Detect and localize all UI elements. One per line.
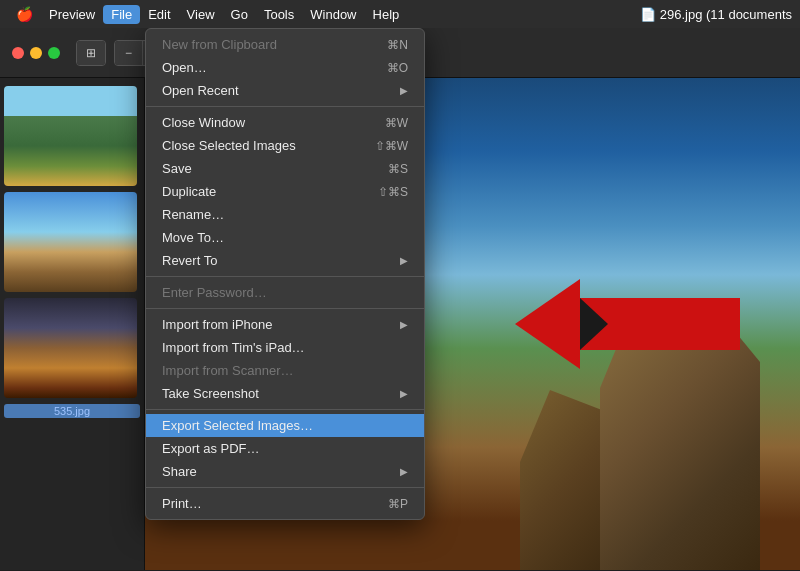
menu-item-revert-to[interactable]: Revert To ▶ [146, 249, 424, 272]
menubar-window[interactable]: Window [302, 5, 364, 24]
menu-label-import-ipad: Import from Tim's iPad… [162, 340, 305, 355]
menu-item-new-clipboard[interactable]: New from Clipboard ⌘N [146, 33, 424, 56]
menu-item-enter-password[interactable]: Enter Password… [146, 281, 424, 304]
menu-label-move-to: Move To… [162, 230, 224, 245]
revert-to-arrow-icon: ▶ [400, 255, 408, 266]
menu-label-duplicate: Duplicate [162, 184, 216, 199]
menubar: 🍎 Preview File Edit View Go Tools Window… [0, 0, 800, 28]
menu-label-export-pdf: Export as PDF… [162, 441, 260, 456]
menu-item-close-selected[interactable]: Close Selected Images ⇧⌘W [146, 134, 424, 157]
menu-label-rename: Rename… [162, 207, 224, 222]
menu-item-duplicate[interactable]: Duplicate ⇧⌘S [146, 180, 424, 203]
menubar-edit[interactable]: Edit [140, 5, 178, 24]
menubar-help[interactable]: Help [365, 5, 408, 24]
doc-icon: 📄 [640, 7, 656, 22]
menu-shortcut-new-clipboard: ⌘N [387, 38, 408, 52]
menu-item-import-ipad[interactable]: Import from Tim's iPad… [146, 336, 424, 359]
import-iphone-arrow-icon: ▶ [400, 319, 408, 330]
menu-item-print[interactable]: Print… ⌘P [146, 492, 424, 515]
share-arrow-icon: ▶ [400, 466, 408, 477]
menu-label-revert-to: Revert To [162, 253, 217, 268]
menu-item-move-to[interactable]: Move To… [146, 226, 424, 249]
menu-shortcut-save: ⌘S [388, 162, 408, 176]
separator-2 [146, 276, 424, 277]
menu-item-export-selected[interactable]: Export Selected Images… [146, 414, 424, 437]
menu-label-save: Save [162, 161, 192, 176]
separator-1 [146, 106, 424, 107]
menu-item-close-window[interactable]: Close Window ⌘W [146, 111, 424, 134]
dropdown-overlay: New from Clipboard ⌘N Open… ⌘O Open Rece… [0, 0, 800, 571]
menu-label-open-recent: Open Recent [162, 83, 239, 98]
menu-label-close-window: Close Window [162, 115, 245, 130]
menubar-preview[interactable]: Preview [41, 5, 103, 24]
file-dropdown-menu: New from Clipboard ⌘N Open… ⌘O Open Rece… [145, 28, 425, 520]
menu-label-share: Share [162, 464, 197, 479]
menu-shortcut-print: ⌘P [388, 497, 408, 511]
menu-label-close-selected: Close Selected Images [162, 138, 296, 153]
separator-3 [146, 308, 424, 309]
menu-item-open-recent[interactable]: Open Recent ▶ [146, 79, 424, 102]
menu-item-share[interactable]: Share ▶ [146, 460, 424, 483]
menu-item-take-screenshot[interactable]: Take Screenshot ▶ [146, 382, 424, 405]
menu-shortcut-open: ⌘O [387, 61, 408, 75]
menu-item-export-pdf[interactable]: Export as PDF… [146, 437, 424, 460]
menubar-file[interactable]: File [103, 5, 140, 24]
menu-label-import-iphone: Import from iPhone [162, 317, 273, 332]
menu-label-import-scanner: Import from Scanner… [162, 363, 294, 378]
menu-item-import-scanner[interactable]: Import from Scanner… [146, 359, 424, 382]
screenshot-arrow-icon: ▶ [400, 388, 408, 399]
menu-shortcut-duplicate: ⇧⌘S [378, 185, 408, 199]
menu-item-save[interactable]: Save ⌘S [146, 157, 424, 180]
menu-shortcut-close-selected: ⇧⌘W [375, 139, 408, 153]
menubar-view[interactable]: View [179, 5, 223, 24]
menu-label-new-clipboard: New from Clipboard [162, 37, 277, 52]
window-title: 📄 296.jpg (11 documents [640, 7, 792, 22]
separator-5 [146, 487, 424, 488]
menu-label-take-screenshot: Take Screenshot [162, 386, 259, 401]
open-recent-arrow-icon: ▶ [400, 85, 408, 96]
menu-label-open: Open… [162, 60, 207, 75]
menu-label-print: Print… [162, 496, 202, 511]
menubar-go[interactable]: Go [223, 5, 256, 24]
menu-item-import-iphone[interactable]: Import from iPhone ▶ [146, 313, 424, 336]
menu-item-open[interactable]: Open… ⌘O [146, 56, 424, 79]
separator-4 [146, 409, 424, 410]
menu-label-export-selected: Export Selected Images… [162, 418, 313, 433]
menu-item-rename[interactable]: Rename… [146, 203, 424, 226]
menubar-tools[interactable]: Tools [256, 5, 302, 24]
apple-menu[interactable]: 🍎 [8, 6, 41, 22]
menu-label-enter-password: Enter Password… [162, 285, 267, 300]
menu-shortcut-close-window: ⌘W [385, 116, 408, 130]
